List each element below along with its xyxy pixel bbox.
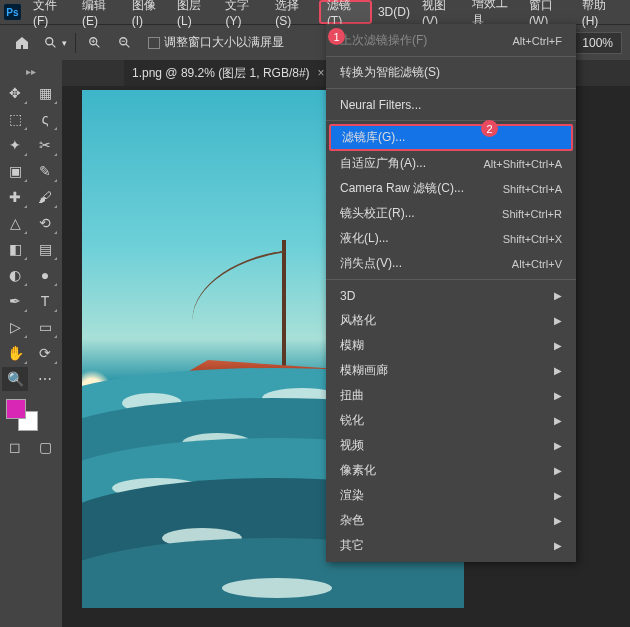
menu-item-label: 滤镜库(G)... [342, 129, 405, 146]
menu-item-10[interactable]: 液化(L)...Shift+Ctrl+X [326, 226, 576, 251]
zoom-percent[interactable]: 100% [573, 32, 622, 54]
resize-window-checkbox[interactable] [148, 37, 160, 49]
submenu-arrow-icon: ▶ [554, 290, 562, 301]
menu-item-4[interactable]: Neural Filters... [326, 92, 576, 117]
tool-artboard[interactable]: ▦ [32, 81, 58, 105]
tool-frame[interactable]: ▣ [2, 159, 28, 183]
tool-blur[interactable]: ◐ [2, 263, 28, 287]
zoom-in-icon[interactable] [84, 34, 106, 52]
tool-hand[interactable]: ✋ [2, 341, 28, 365]
menu-item-21[interactable]: 渲染▶ [326, 483, 576, 508]
tool-zoom[interactable]: 🔍 [2, 367, 28, 391]
menu-item-label: Neural Filters... [340, 98, 421, 112]
quick-mask-icon[interactable]: ◻ [2, 435, 28, 459]
menu-shortcut: Alt+Ctrl+V [512, 258, 562, 270]
tool-lasso[interactable]: ς [32, 107, 58, 131]
foreground-color-swatch[interactable] [6, 399, 26, 419]
menu-separator [326, 56, 576, 57]
menu-item-11[interactable]: 消失点(V)...Alt+Ctrl+V [326, 251, 576, 276]
menu-type[interactable]: 文字(Y) [219, 0, 269, 24]
menu-item-18[interactable]: 锐化▶ [326, 408, 576, 433]
home-icon[interactable] [8, 29, 36, 57]
menu-filter[interactable]: 滤镜(T) [319, 0, 372, 24]
menu-item-label: 自适应广角(A)... [340, 155, 426, 172]
menu-item-2[interactable]: 转换为智能滤镜(S) [326, 60, 576, 85]
menu-item-19[interactable]: 视频▶ [326, 433, 576, 458]
menu-item-6[interactable]: 滤镜库(G)... [329, 124, 573, 151]
tool-spot-heal[interactable]: ✚ [2, 185, 28, 209]
annotation-badge-2: 2 [481, 120, 498, 137]
zoom-tool-preset[interactable]: ▾ [44, 36, 67, 50]
tool-move[interactable]: ✥ [2, 81, 28, 105]
app-icon: Ps [4, 4, 21, 20]
tool-crop[interactable]: ✂ [32, 133, 58, 157]
menu-item-13[interactable]: 3D▶ [326, 283, 576, 308]
submenu-arrow-icon: ▶ [554, 440, 562, 451]
menu-help[interactable]: 帮助(H) [576, 0, 626, 24]
svg-point-0 [46, 37, 53, 44]
menu-item-15[interactable]: 模糊▶ [326, 333, 576, 358]
tool-rectangle[interactable]: ▭ [32, 315, 58, 339]
menu-item-16[interactable]: 模糊画廊▶ [326, 358, 576, 383]
submenu-arrow-icon: ▶ [554, 515, 562, 526]
menu-item-label: Camera Raw 滤镜(C)... [340, 180, 464, 197]
menu-item-14[interactable]: 风格化▶ [326, 308, 576, 333]
menu-separator [326, 279, 576, 280]
tool-rotate[interactable]: ⟳ [32, 341, 58, 365]
filter-menu-dropdown: 上次滤镜操作(F)Alt+Ctrl+F转换为智能滤镜(S)Neural Filt… [326, 24, 576, 562]
tool-eyedropper[interactable]: ✎ [32, 159, 58, 183]
menu-3d[interactable]: 3D(D) [372, 0, 416, 24]
screen-mode-icon[interactable]: ▢ [32, 435, 58, 459]
menu-item-label: 模糊画廊 [340, 362, 388, 379]
annotation-badge-1: 1 [328, 28, 345, 45]
menu-item-7[interactable]: 自适应广角(A)...Alt+Shift+Ctrl+A [326, 151, 576, 176]
submenu-arrow-icon: ▶ [554, 315, 562, 326]
svg-line-8 [126, 43, 130, 47]
menu-item-label: 其它 [340, 537, 364, 554]
tool-quick-select[interactable]: ✦ [2, 133, 28, 157]
tool-type[interactable]: T [32, 289, 58, 313]
menu-select[interactable]: 选择(S) [269, 0, 319, 24]
menu-edit[interactable]: 编辑(E) [76, 0, 126, 24]
tool-edit-toolbar[interactable]: ⋯ [32, 367, 58, 391]
color-swatches[interactable] [0, 393, 62, 433]
menu-view[interactable]: 视图(V) [416, 0, 466, 24]
menu-item-23[interactable]: 其它▶ [326, 533, 576, 558]
tool-gradient[interactable]: ▤ [32, 237, 58, 261]
svg-line-1 [52, 43, 56, 47]
tool-path-select[interactable]: ▷ [2, 315, 28, 339]
submenu-arrow-icon: ▶ [554, 390, 562, 401]
menu-item-17[interactable]: 扭曲▶ [326, 383, 576, 408]
resize-window-label: 调整窗口大小以满屏显 [164, 34, 284, 51]
menu-item-22[interactable]: 杂色▶ [326, 508, 576, 533]
menu-layer[interactable]: 图层(L) [171, 0, 219, 24]
menu-item-label: 视频 [340, 437, 364, 454]
submenu-arrow-icon: ▶ [554, 490, 562, 501]
document-tab[interactable]: 1.png @ 89.2% (图层 1, RGB/8#) × [124, 60, 333, 86]
toolbar-grip-icon[interactable]: ▸▸ [0, 64, 62, 79]
zoom-out-icon[interactable] [114, 34, 136, 52]
menu-item-label: 锐化 [340, 412, 364, 429]
tool-history-brush[interactable]: ⟲ [32, 211, 58, 235]
menu-window[interactable]: 窗口(W) [523, 0, 576, 24]
submenu-arrow-icon: ▶ [554, 365, 562, 376]
menu-file[interactable]: 文件(F) [27, 0, 76, 24]
left-toolbar: ▸▸ ✥▦⬚ς✦✂▣✎✚🖌△⟲◧▤◐●✒T▷▭✋⟳🔍⋯ ◻ ▢ [0, 60, 62, 627]
menu-image[interactable]: 图像(I) [126, 0, 171, 24]
tool-dodge[interactable]: ● [32, 263, 58, 287]
tool-marquee-rect[interactable]: ⬚ [2, 107, 28, 131]
menu-item-9[interactable]: 镜头校正(R)...Shift+Ctrl+R [326, 201, 576, 226]
menu-plugins[interactable]: 增效工具 [466, 0, 523, 24]
tool-pen[interactable]: ✒ [2, 289, 28, 313]
tool-brush[interactable]: 🖌 [32, 185, 58, 209]
menu-separator [326, 88, 576, 89]
close-icon[interactable]: × [318, 66, 325, 80]
menu-item-8[interactable]: Camera Raw 滤镜(C)...Shift+Ctrl+A [326, 176, 576, 201]
menu-item-20[interactable]: 像素化▶ [326, 458, 576, 483]
menu-shortcut: Alt+Shift+Ctrl+A [483, 158, 562, 170]
menu-shortcut: Shift+Ctrl+A [503, 183, 562, 195]
tool-eraser[interactable]: ◧ [2, 237, 28, 261]
menu-item-label: 渲染 [340, 487, 364, 504]
tool-clone[interactable]: △ [2, 211, 28, 235]
menu-item-label: 镜头校正(R)... [340, 205, 415, 222]
